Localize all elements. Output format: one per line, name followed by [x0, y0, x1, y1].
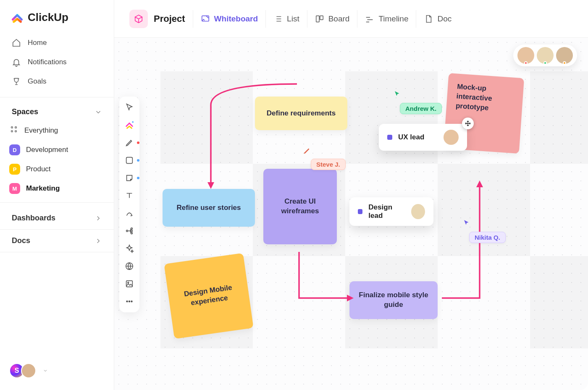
tool-select[interactable]: [124, 102, 134, 113]
card-text: Finalize mobile style guide: [359, 291, 428, 310]
presence-avatar[interactable]: [537, 47, 554, 64]
collaborator-tag-steve: Steve J.: [311, 159, 346, 170]
tool-more[interactable]: [124, 296, 134, 306]
tool-text[interactable]: [124, 191, 134, 201]
nav-home-label: Home: [28, 39, 47, 47]
nav-notifications-label: Notifications: [28, 58, 67, 66]
tool-shape[interactable]: [124, 155, 134, 165]
space-chip: P: [9, 164, 20, 175]
whiteboard-icon: [201, 14, 210, 24]
move-icon: [465, 120, 471, 127]
whiteboard-canvas[interactable]: Define requirements Refine user stories …: [114, 38, 588, 390]
svg-point-11: [126, 230, 128, 232]
tool-mindmap[interactable]: [124, 226, 134, 236]
view-whiteboard[interactable]: Whiteboard: [193, 10, 266, 28]
avatar: [411, 204, 425, 219]
ellipsis-icon: [125, 297, 134, 306]
project-heading[interactable]: Project: [125, 5, 193, 32]
doc-icon: [424, 14, 433, 24]
space-label: Marketing: [26, 184, 60, 193]
chevron-down-icon: [94, 108, 102, 116]
tool-pencil[interactable]: [124, 138, 134, 148]
spaces-heading: Spaces: [12, 107, 38, 116]
svg-point-3: [15, 131, 17, 132]
nav-notifications[interactable]: Notifications: [6, 52, 108, 72]
card-styleguide[interactable]: Finalize mobile style guide: [349, 281, 438, 319]
chip-ux-lead[interactable]: UX lead: [379, 124, 467, 151]
text-icon: [125, 191, 134, 200]
chip-design-lead[interactable]: Design lead: [349, 197, 433, 226]
view-list[interactable]: List: [265, 10, 307, 28]
card-text: Design Mobile experience: [177, 282, 241, 310]
view-label: List: [287, 14, 299, 24]
space-chip: M: [9, 183, 20, 194]
trophy-icon: [12, 77, 21, 86]
board-icon: [315, 14, 324, 24]
user-avatar-stack[interactable]: S: [9, 363, 36, 378]
move-handle[interactable]: [462, 118, 474, 129]
view-timeline[interactable]: Timeline: [357, 10, 416, 28]
globe-icon: [125, 262, 134, 271]
divider: [0, 202, 114, 203]
view-doc[interactable]: Doc: [416, 10, 459, 28]
tool-web[interactable]: [124, 261, 134, 271]
view-label: Board: [328, 14, 350, 24]
spaces-header[interactable]: Spaces: [0, 102, 114, 120]
space-marketing[interactable]: M Marketing: [0, 179, 114, 198]
nav-goals[interactable]: Goals: [6, 72, 108, 91]
card-design-mobile[interactable]: Design Mobile experience: [164, 253, 253, 339]
space-product[interactable]: P Product: [0, 160, 114, 179]
sparkle-icon: [125, 244, 134, 253]
card-wireframes[interactable]: Create UI wireframes: [263, 169, 337, 244]
primary-nav: Home Notifications Goals: [0, 31, 114, 93]
main: Project Whiteboard List Board Timeline D…: [114, 0, 588, 390]
brand[interactable]: ClickUp: [0, 0, 114, 31]
presence-avatars[interactable]: [513, 44, 577, 66]
tool-clickup[interactable]: [124, 120, 134, 130]
space-everything-label: Everything: [24, 126, 58, 135]
nav-home[interactable]: Home: [6, 33, 108, 52]
chevron-down-icon: [43, 368, 48, 373]
sidebar-footer[interactable]: S: [0, 355, 114, 390]
tool-image[interactable]: [124, 279, 134, 289]
view-label: Whiteboard: [214, 14, 258, 24]
tool-connector[interactable]: [124, 208, 134, 218]
nav-docs[interactable]: Docs: [0, 229, 114, 252]
chip-label: UX lead: [398, 133, 424, 141]
nav-dashboards-label: Dashboards: [12, 214, 55, 222]
presence-avatar[interactable]: [517, 47, 534, 64]
chip-label: Design lead: [368, 203, 405, 220]
cube-icon: [129, 10, 148, 28]
pencil-icon: [125, 138, 134, 147]
remote-cursor-icon: [394, 90, 401, 98]
nav-goals-label: Goals: [28, 77, 46, 86]
card-define-requirements[interactable]: Define requirements: [255, 97, 347, 130]
tool-ai[interactable]: [124, 243, 134, 254]
space-everything[interactable]: Everything: [0, 120, 114, 140]
bell-icon: [12, 58, 21, 67]
svg-rect-6: [320, 16, 323, 19]
square-icon: [125, 156, 134, 165]
divider: [0, 97, 114, 97]
user-avatar: [21, 363, 36, 378]
card-refine-stories[interactable]: Refine user stories: [163, 189, 255, 227]
connector-icon: [125, 209, 134, 218]
nav-dashboards[interactable]: Dashboards: [0, 207, 114, 229]
tool-sticky[interactable]: [124, 173, 134, 183]
collaborator-tag-andrew: Andrew K.: [400, 103, 442, 114]
collaborator-tag-nikita: Nikita Q.: [469, 232, 506, 243]
space-label: Product: [26, 165, 51, 173]
svg-point-18: [126, 301, 128, 302]
list-icon: [273, 14, 283, 24]
nav-docs-label: Docs: [12, 236, 30, 245]
svg-rect-16: [126, 281, 133, 287]
space-development[interactable]: D Development: [0, 140, 114, 160]
project-label: Project: [154, 13, 185, 24]
space-chip: D: [9, 144, 20, 155]
topbar: Project Whiteboard List Board Timeline D…: [114, 0, 588, 38]
presence-avatar[interactable]: [556, 47, 573, 64]
svg-point-14: [131, 233, 133, 234]
svg-point-2: [11, 131, 13, 132]
view-board[interactable]: Board: [307, 10, 357, 28]
remote-pencil-icon: [302, 146, 312, 155]
